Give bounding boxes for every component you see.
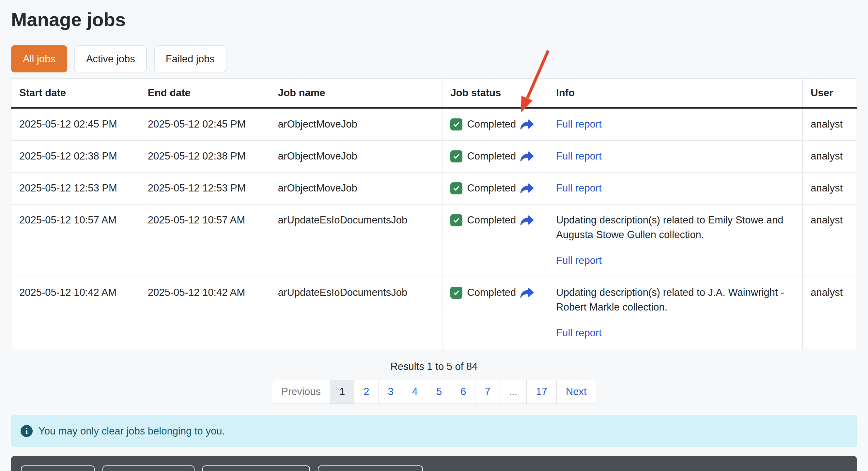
pagination: Previous1234567...17Next	[272, 380, 596, 404]
cell-user: analyst	[803, 277, 857, 349]
cell-job-status: Completed	[442, 172, 548, 204]
cell-job-status: Completed	[442, 277, 548, 349]
completed-check-icon	[450, 182, 462, 194]
cell-start-date: 2025-05-12 02:38 PM	[11, 140, 140, 172]
page-4[interactable]: 4	[403, 380, 427, 404]
cell-job-name: arUpdateEsIoDocumentsJob	[270, 204, 442, 277]
cell-user: analyst	[803, 172, 857, 204]
column-header-end-date: End date	[140, 78, 270, 108]
cell-info: Full report	[548, 172, 803, 204]
completed-check-icon	[450, 150, 462, 162]
table-header-row: Start dateEnd dateJob nameJob statusInfo…	[11, 78, 857, 108]
cell-user: analyst	[803, 140, 857, 172]
jobs-table: Start dateEnd dateJob nameJob statusInfo…	[11, 78, 857, 349]
page-5[interactable]: 5	[427, 380, 451, 404]
refresh-button[interactable]: Refresh	[21, 466, 95, 471]
filter-all-jobs[interactable]: All jobs	[11, 45, 67, 72]
full-report-link[interactable]: Full report	[556, 118, 602, 130]
page-6[interactable]: 6	[451, 380, 475, 404]
completed-check-icon	[450, 214, 462, 226]
filter-failed-jobs[interactable]: Failed jobs	[154, 45, 226, 72]
info-description: Updating description(s) related to Emily…	[556, 213, 795, 242]
info-icon: i	[21, 425, 33, 437]
table-row: 2025-05-12 12:53 PM 2025-05-12 12:53 PM …	[11, 172, 857, 204]
cell-job-name: arObjectMoveJob	[270, 140, 442, 172]
cell-info: Updating description(s) related to Emily…	[548, 204, 803, 277]
cell-job-name: arObjectMoveJob	[270, 172, 442, 204]
page-17[interactable]: 17	[526, 380, 556, 404]
column-header-job-name: Job name	[270, 78, 442, 108]
cell-info: Full report	[548, 108, 803, 140]
cell-end-date: 2025-05-12 12:53 PM	[140, 172, 270, 204]
completed-check-icon	[450, 118, 462, 130]
page-7[interactable]: 7	[475, 380, 499, 404]
filter-active-jobs[interactable]: Active jobs	[74, 45, 147, 72]
cell-end-date: 2025-05-12 10:57 AM	[140, 204, 270, 277]
cell-info: Full report	[548, 140, 803, 172]
export-history-csv-button[interactable]: Export history CSV	[202, 466, 310, 471]
status-label: Completed	[467, 149, 516, 164]
filter-tabs: All jobsActive jobsFailed jobs	[11, 45, 857, 72]
cell-job-status: Completed	[442, 204, 548, 277]
column-header-job-status: Job status	[442, 78, 548, 108]
page-3[interactable]: 3	[378, 380, 402, 404]
cell-end-date: 2025-05-12 02:38 PM	[140, 140, 270, 172]
cell-end-date: 2025-05-12 10:42 AM	[140, 277, 270, 349]
full-report-link[interactable]: Full report	[556, 150, 602, 162]
cell-job-name: arObjectMoveJob	[270, 108, 442, 140]
cell-end-date: 2025-05-12 02:45 PM	[140, 108, 270, 140]
cell-job-status: Completed	[442, 108, 548, 140]
pagination-: ...	[500, 380, 527, 404]
page-2[interactable]: 2	[354, 380, 378, 404]
share-icon[interactable]	[521, 288, 534, 298]
pagination-next[interactable]: Next	[556, 380, 596, 404]
cell-start-date: 2025-05-12 10:57 AM	[11, 204, 140, 277]
full-report-link[interactable]: Full report	[556, 182, 602, 194]
cell-job-status: Completed	[442, 140, 548, 172]
manage-jobs-page: Manage jobs All jobsActive jobsFailed jo…	[0, 0, 868, 471]
table-row: 2025-05-12 02:45 PM 2025-05-12 02:45 PM …	[11, 108, 857, 140]
column-header-start-date: Start date	[11, 78, 140, 108]
results-summary: Results 1 to 5 of 84	[11, 361, 857, 373]
column-header-user: User	[803, 78, 857, 108]
cell-start-date: 2025-05-12 10:42 AM	[11, 277, 140, 349]
completed-check-icon	[450, 287, 462, 299]
table-row: 2025-05-12 10:42 AM 2025-05-12 10:42 AM …	[11, 277, 857, 349]
clear-inactive-jobs-button[interactable]: Clear inactive jobs	[318, 466, 423, 471]
cell-user: analyst	[803, 204, 857, 277]
cell-job-name: arUpdateEsIoDocumentsJob	[270, 277, 442, 349]
share-icon[interactable]	[521, 183, 534, 193]
cell-info: Updating description(s) related to J.A. …	[548, 277, 803, 349]
pagination-previous[interactable]: Previous	[272, 380, 330, 404]
cell-start-date: 2025-05-12 12:53 PM	[11, 172, 140, 204]
status-label: Completed	[467, 117, 516, 132]
cell-user: analyst	[803, 108, 857, 140]
bottom-toolbar: RefreshAuto refreshExport history CSVCle…	[11, 456, 857, 471]
full-report-link[interactable]: Full report	[556, 327, 602, 339]
share-icon[interactable]	[521, 215, 534, 225]
full-report-link[interactable]: Full report	[556, 255, 602, 266]
table-row: 2025-05-12 10:57 AM 2025-05-12 10:57 AM …	[11, 204, 857, 277]
notice-banner: i You may only clear jobs belonging to y…	[11, 415, 857, 447]
table-row: 2025-05-12 02:38 PM 2025-05-12 02:38 PM …	[11, 140, 857, 172]
auto-refresh-button[interactable]: Auto refresh	[102, 466, 195, 471]
column-header-info: Info	[548, 78, 803, 108]
page-title: Manage jobs	[11, 8, 857, 30]
status-label: Completed	[467, 181, 516, 196]
notice-text: You may only clear jobs belonging to you…	[38, 425, 225, 437]
share-icon[interactable]	[521, 119, 534, 129]
info-description: Updating description(s) related to J.A. …	[556, 285, 795, 315]
cell-start-date: 2025-05-12 02:45 PM	[11, 108, 140, 140]
status-label: Completed	[467, 213, 516, 228]
page-1[interactable]: 1	[330, 380, 354, 404]
status-label: Completed	[467, 285, 516, 300]
share-icon[interactable]	[521, 151, 534, 161]
